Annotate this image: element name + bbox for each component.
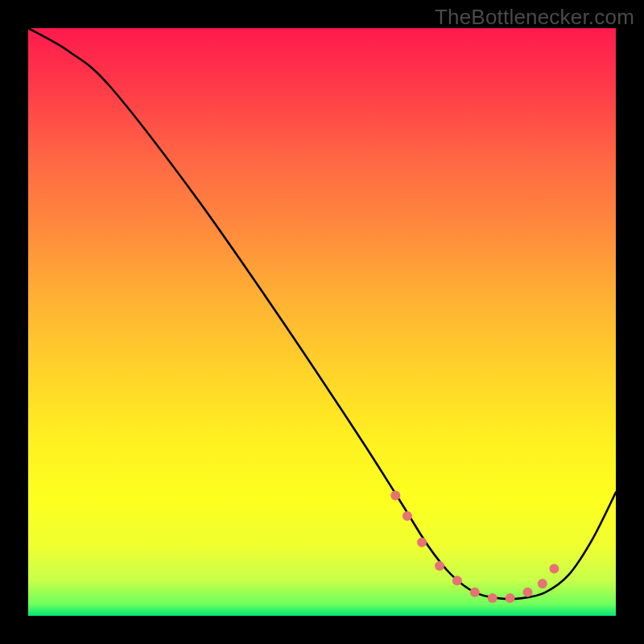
marker-dot [470, 588, 480, 597]
marker-dot [390, 490, 400, 500]
bottleneck-curve [28, 28, 616, 599]
marker-dot [538, 579, 547, 588]
marker-dot [402, 511, 412, 521]
chart-svg [28, 28, 616, 616]
marker-dot [549, 564, 559, 574]
chart-frame: TheBottlenecker.com [0, 0, 644, 644]
marker-dot [523, 588, 533, 597]
watermark-text: TheBottlenecker.com [435, 5, 634, 30]
marker-dot [417, 538, 427, 547]
marker-dot [452, 576, 462, 585]
marker-dot [435, 561, 444, 571]
marker-dot [488, 593, 497, 603]
highlight-markers [390, 490, 559, 603]
plot-area [28, 28, 616, 616]
marker-dot [506, 593, 515, 603]
